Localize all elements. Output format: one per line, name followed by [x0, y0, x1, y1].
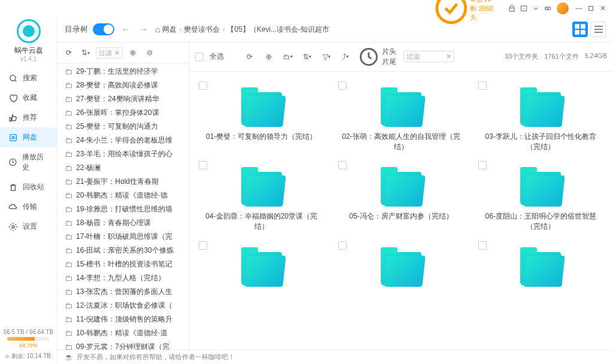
refresh-icon[interactable]: ⟳: [62, 46, 75, 59]
tree-item-label: 17-叶楠：职场破局思维课（完: [76, 232, 172, 242]
forward-button[interactable]: →: [137, 25, 150, 34]
tree-item[interactable]: 🗀28-樊登：高效阅读必修课: [57, 78, 189, 92]
upload-icon[interactable]: ⤴▾: [339, 50, 352, 63]
back-button[interactable]: ←: [119, 25, 132, 34]
tree-item[interactable]: 🗀10-韩鹏杰：精读《道德经·道: [57, 326, 189, 340]
folder-icon: 🗀: [65, 342, 72, 350]
folder-cell[interactable]: 01-樊登：可复制的领导力（完结）: [192, 77, 331, 157]
window-icon[interactable]: [520, 4, 528, 13]
clear-file-filter-icon[interactable]: ✕: [446, 53, 451, 60]
tree-item-label: 19-徐雅思：打破惯性思维的墙: [76, 204, 172, 214]
item-checkbox[interactable]: [478, 241, 487, 250]
svg-rect-5: [589, 7, 593, 11]
avatar[interactable]: [557, 2, 569, 14]
grid-view-button[interactable]: [572, 22, 588, 37]
folder-label: 06-度阴山：王阳明心学的俗世智慧（完结）: [475, 211, 607, 232]
tree-item[interactable]: 🗀13-张宏杰：曾国藩的多面人生: [57, 285, 189, 299]
item-checkbox[interactable]: [338, 161, 347, 169]
folder-cell[interactable]: [331, 236, 471, 296]
nav-search[interactable]: 搜索: [0, 68, 57, 88]
folder-large-icon: [241, 92, 282, 126]
nav-label: 网盘: [23, 132, 37, 142]
folder-cell[interactable]: 06-度阴山：王阳明心学的俗世智慧（完结）: [471, 156, 611, 236]
folder-icon: 🗀: [65, 232, 72, 241]
nav-history[interactable]: 播放历史: [0, 147, 57, 177]
folder-label: 04-金韵蓉：幸福婚姻的20堂课（完结）: [195, 211, 327, 232]
tree-item-label: 20-韩鹏杰：精读《道德经·德: [76, 190, 168, 201]
tree-item[interactable]: 🗀27-樊登：24樊响演讲精华: [57, 92, 189, 106]
sequence-chip[interactable]: 片头片尾: [358, 46, 397, 68]
item-checkbox[interactable]: [199, 161, 207, 169]
tree-item[interactable]: 🗀09-罗元裳：7分钟理财课（完: [57, 340, 189, 350]
tree-item[interactable]: 🗀22-杨澜: [57, 161, 189, 175]
close-icon[interactable]: ✕: [599, 4, 607, 13]
select-all-checkbox[interactable]: [195, 53, 204, 61]
item-checkbox[interactable]: [478, 81, 487, 90]
folder-action-icon[interactable]: 🗀▾: [281, 50, 295, 63]
folder-large-icon: [381, 172, 421, 205]
folder-cell[interactable]: 04-金韵蓉：幸福婚姻的20堂课（完结）: [192, 156, 331, 236]
tree-item[interactable]: 🗀14-李想：九型人格（完结）: [57, 271, 189, 285]
filter-funnel-icon[interactable]: ▽▾: [320, 50, 333, 63]
nav-thumb[interactable]: 推荐: [0, 108, 57, 128]
item-checkbox[interactable]: [199, 241, 207, 250]
maximize-icon[interactable]: [587, 4, 595, 13]
tree-item[interactable]: 🗀19-徐雅思：打破惯性思维的墙: [57, 202, 189, 216]
folder-cell[interactable]: 02-张萌：高效能人生的自我管理（完结）: [331, 77, 471, 157]
tree-item[interactable]: 🗀20-韩鹏杰：精读《道德经·德: [57, 189, 189, 202]
tree-item[interactable]: 🗀26-张展晖：掌控身体20课: [57, 106, 189, 120]
thumb-icon: [8, 113, 18, 123]
expand-icon[interactable]: ⊕: [126, 46, 139, 59]
tree-filter-input[interactable]: 过滤 ✕: [96, 47, 123, 59]
list-view-button[interactable]: [590, 22, 606, 37]
sort-files-icon[interactable]: ⇅▾: [301, 50, 314, 63]
item-checkbox[interactable]: [478, 161, 487, 169]
chevron-down-icon[interactable]: [532, 4, 540, 13]
tree-item[interactable]: 🗀24-朱小兰：学得会的老板思维: [57, 134, 189, 147]
folder-large-icon: [241, 252, 282, 286]
item-checkbox[interactable]: [338, 241, 347, 250]
tree-item[interactable]: 🗀12-沈夏冰：职场饮食必修课（: [57, 299, 189, 313]
sort-icon[interactable]: ⇅▾: [79, 46, 92, 59]
tree-item[interactable]: 🗀17-叶楠：职场破局思维课（完: [57, 230, 189, 244]
tree-item[interactable]: 🗀23-羊毛：用绘本读懂孩子的心: [57, 147, 189, 161]
target-icon[interactable]: ⊕: [262, 50, 275, 63]
tree-item[interactable]: 🗀25-樊登：可复制的沟通力: [57, 120, 189, 134]
tree-item[interactable]: 🗀15-檀书：叶檀的投资读书笔记: [57, 257, 189, 271]
folder-cell[interactable]: [471, 236, 611, 296]
tree-item[interactable]: 🗀11-倪建伟：顶级销售的策略升: [57, 313, 189, 326]
folder-cell[interactable]: 05-冯仑：房产财富内参（完结）: [331, 156, 471, 236]
nav-trash[interactable]: 回收站: [0, 177, 57, 197]
refresh-files-icon[interactable]: ⟳: [243, 50, 256, 63]
nav-label: 回收站: [23, 182, 44, 192]
minimize-icon[interactable]: —: [575, 4, 583, 13]
tree-item[interactable]: 🗀18-杨霞：青春期心理课: [57, 216, 189, 230]
nav-cloud[interactable]: 传输: [0, 197, 57, 217]
file-filter-input[interactable]: 过滤 ✕: [403, 51, 454, 62]
svg-point-10: [12, 226, 14, 228]
coffee-icon: ☕: [65, 353, 73, 361]
tree-item[interactable]: 🗀21-姜振宇：Hold住青春期: [57, 175, 189, 189]
folder-icon: 🗀: [65, 205, 72, 214]
storage-fill: [7, 337, 35, 341]
nav-disk[interactable]: 网盘: [0, 128, 57, 147]
folder-cell[interactable]: [192, 236, 331, 296]
nav-gear[interactable]: 设置: [0, 217, 57, 236]
folder-icon: 🗀: [65, 81, 72, 90]
tree-item[interactable]: 🗀29-丁鹏：生活里的经济学: [57, 65, 189, 78]
item-checkbox[interactable]: [338, 81, 347, 90]
folder-cell[interactable]: 03-李跃儿：让孩子回归个性化教育（完结）: [471, 77, 611, 157]
clear-filter-icon[interactable]: ✕: [114, 49, 120, 57]
game-icon[interactable]: [544, 4, 552, 13]
home-icon[interactable]: ⌂: [155, 25, 160, 34]
lock-icon[interactable]: [508, 4, 516, 13]
item-checkbox[interactable]: [199, 81, 207, 90]
folder-icon: 🗀: [65, 122, 72, 131]
storage-info: 56.5 TB / 66.64 TB 84.78%: [0, 326, 57, 351]
tree-item[interactable]: 🗀16-田斌：亲密关系的30个修炼: [57, 244, 189, 257]
tree-panel: ⟳ ⇅▾ 过滤 ✕ ⊕ ⊖ 🗀29-丁鹏：生活里的经济学🗀28-樊登：高效阅读必…: [57, 43, 189, 350]
folder-icon: 🗀: [65, 329, 72, 338]
nav-heart[interactable]: 收藏: [0, 88, 57, 108]
dirtree-toggle[interactable]: [93, 23, 114, 35]
collapse-icon[interactable]: ⊖: [143, 46, 156, 59]
